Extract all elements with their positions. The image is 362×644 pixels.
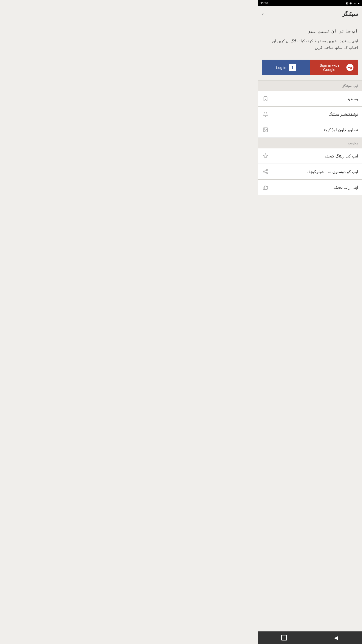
share-app-label: ایپ کو دوستوں سے شیئرکیجئے	[307, 169, 358, 174]
thumbsup-icon	[262, 184, 269, 191]
status-icons: ■ ▲ ◉ ▣	[345, 2, 359, 5]
svg-point-3	[266, 169, 268, 171]
feedback-item[interactable]: اپنی رائے دیجئے	[258, 180, 362, 195]
share-app-item[interactable]: ایپ کو دوستوں سے شیئرکیجئے	[258, 164, 362, 179]
star-icon	[262, 152, 269, 159]
bookmark-icon	[262, 95, 269, 102]
rate-app-label: ایپ کی ریٹنگ کیجئے	[325, 154, 358, 158]
rate-app-item[interactable]: ایپ کی ریٹنگ کیجئے	[258, 148, 362, 164]
status-time: 11:36	[260, 2, 268, 5]
bell-icon	[262, 111, 269, 118]
header-arrow[interactable]: ›	[262, 11, 264, 17]
app-icon-3: ▣	[345, 2, 348, 5]
help-label: معاونت	[348, 141, 358, 145]
intro-title: آپ سائن ان نہیں ہیں	[262, 27, 358, 34]
app-settings-header: ایپ سیٹنگز	[258, 80, 362, 91]
svg-point-1	[264, 129, 265, 129]
notifications-label: نوٹیفکیشنز سیٹنگ	[329, 112, 358, 117]
header-title: سیٹنگز	[342, 11, 358, 17]
header: سیٹنگز ›	[258, 6, 362, 22]
app-icon-1: ■	[358, 2, 359, 5]
svg-point-4	[263, 171, 265, 172]
favorites-label: پسندیدہ	[345, 96, 358, 101]
google-icon: g+	[346, 64, 353, 71]
feedback-label: اپنی رائے دیجئے	[334, 185, 358, 190]
download-images-label: تصاویر ڈاؤن لوڈ کیجئے	[321, 128, 358, 132]
google-signin-button[interactable]: g+ Sign in with Google	[310, 60, 358, 75]
divider-7	[258, 195, 362, 195]
favorites-item[interactable]: پسندیدہ	[258, 91, 362, 106]
status-bar: ■ ▲ ◉ ▣ 11:36	[258, 0, 362, 6]
intro-section: آپ سائن ان نہیں ہیں اپنی پسندیدہ خبریں م…	[258, 22, 362, 55]
svg-marker-2	[263, 154, 268, 158]
facebook-icon: f	[289, 64, 296, 71]
facebook-login-button[interactable]: f Log in	[262, 60, 310, 75]
svg-point-5	[266, 173, 268, 174]
app-icon-2: ▲	[353, 2, 356, 5]
app-settings-label: ایپ سیٹنگز	[342, 84, 358, 88]
image-icon	[262, 126, 269, 133]
download-images-item[interactable]: تصاویر ڈاؤن لوڈ کیجئے	[258, 122, 362, 138]
intro-description: اپنی پسندیدہ خبریں محفوظ کرنے کیلئے لاگ …	[262, 38, 358, 51]
svg-line-6	[265, 172, 266, 173]
notifications-item[interactable]: نوٹیفکیشنز سیٹنگ	[258, 107, 362, 122]
auth-buttons: g+ Sign in with Google f Log in	[258, 55, 362, 80]
google-label: Sign in with Google	[314, 63, 344, 72]
share-icon	[262, 168, 269, 175]
svg-line-7	[265, 170, 266, 171]
facebook-label: Log in	[276, 65, 286, 70]
help-header: معاونت	[258, 138, 362, 148]
shield-icon: ◉	[349, 2, 352, 5]
